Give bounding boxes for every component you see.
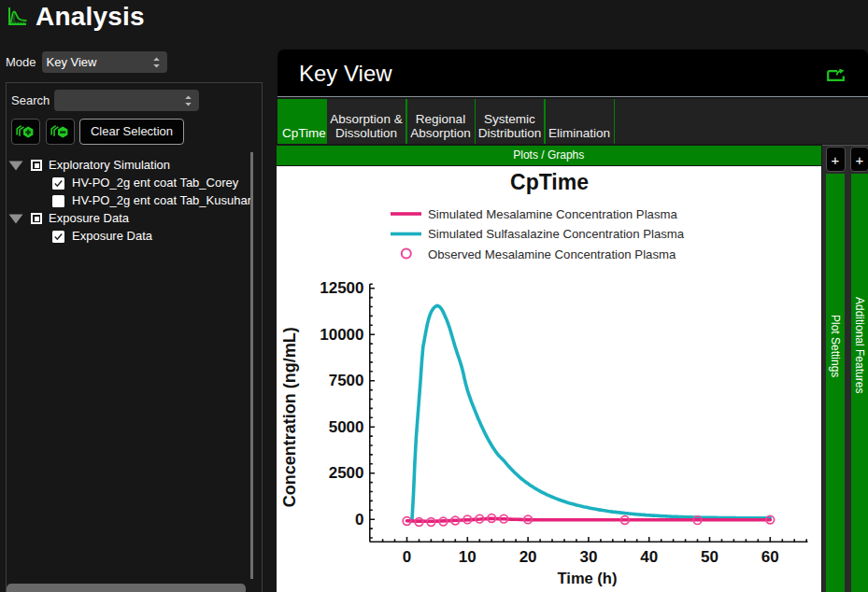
svg-text:30: 30 <box>579 548 597 566</box>
svg-text:7500: 7500 <box>329 372 364 389</box>
svg-text:Simulated Sulfasalazine Concen: Simulated Sulfasalazine Concentration Pl… <box>428 227 685 241</box>
svg-text:20: 20 <box>519 548 537 566</box>
svg-text:50: 50 <box>701 548 719 566</box>
svg-text:0: 0 <box>403 548 411 566</box>
svg-text:5000: 5000 <box>329 418 364 436</box>
svg-text:10000: 10000 <box>320 326 363 344</box>
svg-text:Simulated Mesalamine Concentra: Simulated Mesalamine Concentration Plasm… <box>428 207 677 221</box>
svg-text:12500: 12500 <box>320 279 363 297</box>
svg-text:Concentration (ng/mL): Concentration (ng/mL) <box>280 327 299 507</box>
svg-text:40: 40 <box>640 548 658 566</box>
svg-text:2500: 2500 <box>329 464 364 482</box>
svg-text:CpTime: CpTime <box>510 170 589 194</box>
svg-text:0: 0 <box>355 511 363 529</box>
svg-text:Observed Mesalamine Concentrat: Observed Mesalamine Concentration Plasma <box>428 247 676 261</box>
svg-text:60: 60 <box>761 548 779 566</box>
svg-text:10: 10 <box>459 548 477 566</box>
svg-text:Time (h): Time (h) <box>558 570 618 586</box>
